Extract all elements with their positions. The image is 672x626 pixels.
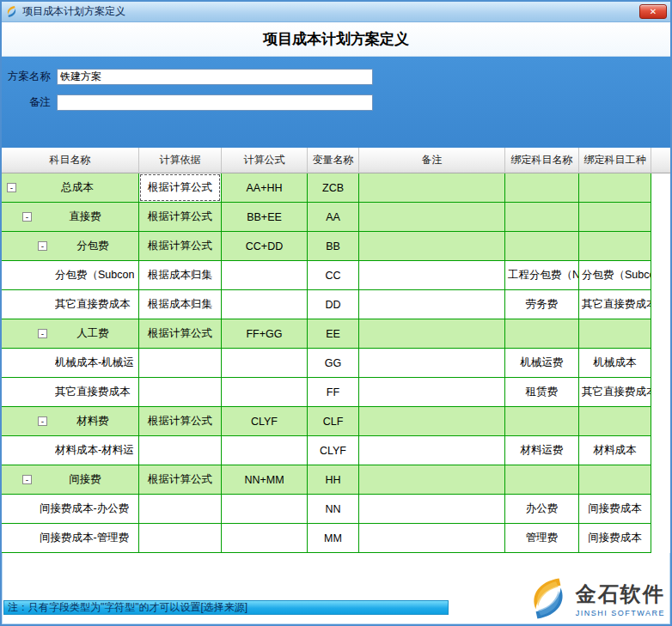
subject-cell[interactable]: -材料费: [2, 407, 139, 436]
table-row[interactable]: 分包费（Subcon根据成本归集CC工程分包费（No:分包费（Subco: [2, 261, 670, 290]
subject-cell[interactable]: -直接费: [2, 203, 139, 232]
remark-cell[interactable]: [359, 465, 505, 495]
title-bar[interactable]: 项目成本计划方案定义 ✕: [2, 2, 670, 22]
variable-cell[interactable]: BB: [308, 232, 359, 261]
formula-cell[interactable]: [222, 378, 308, 407]
bound-type-cell[interactable]: [579, 203, 651, 232]
basis-cell[interactable]: [139, 378, 222, 407]
remark-cell[interactable]: [359, 436, 505, 465]
table-row[interactable]: 其它直接费成本FF租赁费其它直接费成本: [2, 378, 670, 407]
bound-name-cell[interactable]: 租赁费: [505, 378, 579, 407]
formula-cell[interactable]: [222, 524, 308, 553]
subject-cell[interactable]: -总成本: [2, 173, 139, 203]
subject-cell[interactable]: -人工费: [2, 319, 139, 349]
variable-cell[interactable]: DD: [308, 290, 359, 319]
bound-type-cell[interactable]: 分包费（Subco: [579, 261, 651, 290]
basis-cell[interactable]: 根据计算公式: [139, 407, 222, 436]
close-button[interactable]: ✕: [639, 4, 667, 19]
col-header-remark[interactable]: 备注: [359, 148, 505, 173]
collapse-icon[interactable]: -: [22, 212, 32, 222]
bound-name-cell[interactable]: [505, 407, 579, 436]
basis-cell[interactable]: [139, 524, 222, 553]
variable-cell[interactable]: HH: [308, 465, 359, 495]
formula-cell[interactable]: [222, 349, 308, 378]
table-row[interactable]: -直接费根据计算公式BB+EEAA: [2, 203, 670, 232]
table-row[interactable]: -材料费根据计算公式CLYFCLF: [2, 407, 670, 436]
bound-name-cell[interactable]: [505, 203, 579, 232]
variable-cell[interactable]: CLYF: [308, 436, 359, 465]
variable-cell[interactable]: AA: [308, 203, 359, 232]
basis-cell[interactable]: 根据计算公式: [139, 319, 222, 349]
basis-cell[interactable]: 根据成本归集: [139, 290, 222, 319]
variable-cell[interactable]: CLF: [308, 407, 359, 436]
basis-cell[interactable]: 根据计算公式: [139, 203, 222, 232]
table-row[interactable]: -人工费根据计算公式FF+GGEE: [2, 319, 670, 349]
basis-cell[interactable]: 根据成本归集: [139, 261, 222, 290]
table-row[interactable]: -总成本根据计算公式AA+HHZCB: [2, 173, 670, 203]
bound-type-cell[interactable]: 间接费成本: [579, 524, 651, 553]
remark-cell[interactable]: [359, 232, 505, 261]
collapse-icon[interactable]: -: [38, 416, 47, 426]
table-row[interactable]: 机械成本-机械运GG机械运费机械成本: [2, 349, 670, 378]
bound-name-cell[interactable]: 管理费: [505, 524, 579, 553]
formula-cell[interactable]: [222, 495, 308, 524]
col-header-basis[interactable]: 计算依据: [139, 148, 222, 173]
bound-name-cell[interactable]: 机械运费: [505, 349, 579, 378]
formula-cell[interactable]: AA+HH: [222, 173, 308, 203]
bound-name-cell[interactable]: 办公费: [505, 495, 579, 524]
remark-cell[interactable]: [359, 407, 505, 436]
variable-cell[interactable]: MM: [308, 524, 359, 553]
variable-cell[interactable]: FF: [308, 378, 359, 407]
collapse-icon[interactable]: -: [7, 183, 16, 192]
basis-cell[interactable]: 根据计算公式: [139, 465, 222, 495]
table-row[interactable]: -分包费根据计算公式CC+DDBB: [2, 232, 670, 261]
collapse-icon[interactable]: -: [38, 329, 47, 338]
col-header-variable[interactable]: 变量名称: [308, 148, 359, 173]
bound-name-cell[interactable]: 劳务费: [505, 290, 579, 319]
remark-cell[interactable]: [359, 319, 505, 349]
subject-cell[interactable]: -间接费: [2, 465, 139, 495]
formula-cell[interactable]: BB+EE: [222, 203, 308, 232]
table-row[interactable]: 间接费成本-管理费MM管理费间接费成本: [2, 524, 670, 553]
bound-name-cell[interactable]: [505, 465, 579, 495]
bound-type-cell[interactable]: 其它直接费成本: [579, 290, 651, 319]
bound-name-cell[interactable]: [505, 232, 579, 261]
basis-cell[interactable]: 根据计算公式: [139, 232, 222, 261]
bound-type-cell[interactable]: 间接费成本: [579, 495, 651, 524]
remark-cell[interactable]: [359, 495, 505, 524]
bound-type-cell[interactable]: [579, 319, 651, 349]
variable-cell[interactable]: CC: [308, 261, 359, 290]
bound-type-cell[interactable]: 其它直接费成本: [579, 378, 651, 407]
scheme-name-input[interactable]: [57, 69, 373, 85]
remark-cell[interactable]: [359, 261, 505, 290]
bound-type-cell[interactable]: [579, 173, 651, 203]
bound-name-cell[interactable]: 材料运费: [505, 436, 579, 465]
variable-cell[interactable]: ZCB: [308, 173, 359, 203]
formula-cell[interactable]: FF+GG: [222, 319, 308, 349]
basis-cell[interactable]: [139, 436, 222, 465]
formula-cell[interactable]: NN+MM: [222, 465, 308, 495]
bound-name-cell[interactable]: 工程分包费（No:: [505, 261, 579, 290]
basis-cell[interactable]: [139, 495, 222, 524]
bound-type-cell[interactable]: [579, 465, 651, 495]
formula-cell[interactable]: [222, 261, 308, 290]
remark-cell[interactable]: [359, 173, 505, 203]
bound-type-cell[interactable]: 机械成本: [579, 349, 651, 378]
bound-name-cell[interactable]: [505, 319, 579, 349]
variable-cell[interactable]: GG: [308, 349, 359, 378]
bound-type-cell[interactable]: [579, 407, 651, 436]
bound-type-cell[interactable]: 材料成本: [579, 436, 651, 465]
subject-cell[interactable]: -分包费: [2, 232, 139, 261]
table-row[interactable]: 材料成本-材料运CLYF材料运费材料成本: [2, 436, 670, 465]
table-row[interactable]: 间接费成本-办公费NN办公费间接费成本: [2, 495, 670, 524]
bound-type-cell[interactable]: [579, 232, 651, 261]
formula-cell[interactable]: [222, 290, 308, 319]
col-header-subject[interactable]: 科目名称: [2, 148, 139, 173]
formula-cell[interactable]: CLYF: [222, 407, 308, 436]
variable-cell[interactable]: EE: [308, 319, 359, 349]
remark-cell[interactable]: [359, 378, 505, 407]
subject-cell[interactable]: 其它直接费成本: [2, 290, 139, 319]
basis-cell[interactable]: 根据计算公式: [139, 173, 222, 203]
formula-cell[interactable]: [222, 436, 308, 465]
subject-cell[interactable]: 其它直接费成本: [2, 378, 139, 407]
